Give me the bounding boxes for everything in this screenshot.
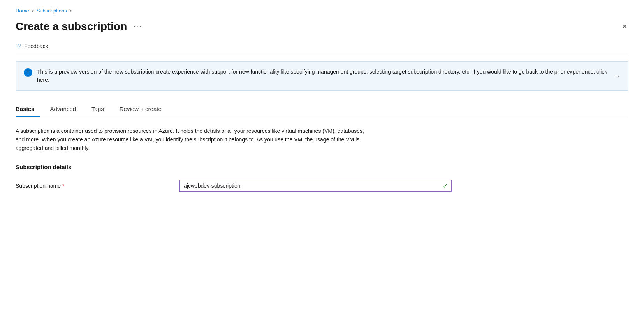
page-header-left: Create a subscription ··· [16,20,142,33]
tab-review-create[interactable]: Review + create [120,102,168,117]
section-heading: Subscription details [16,164,628,170]
subscription-name-input-wrapper: ✓ [179,180,452,192]
info-banner-arrow[interactable]: → [613,72,620,80]
feedback-heart-icon: ♡ [16,42,21,50]
tab-advanced[interactable]: Advanced [50,102,82,117]
subscription-name-label: Subscription name * [16,183,179,189]
tabs-container: Basics Advanced Tags Review + create [16,102,628,117]
page-header: Create a subscription ··· × [16,20,628,33]
required-indicator: * [62,183,64,189]
info-banner: i This is a preview version of the new s… [16,61,628,91]
input-valid-icon: ✓ [443,182,448,189]
breadcrumb-home[interactable]: Home [16,8,29,14]
close-button[interactable]: × [621,20,628,32]
more-options-button[interactable]: ··· [133,22,142,31]
info-banner-text: This is a preview version of the new sub… [37,68,612,84]
subscription-name-input[interactable] [179,180,452,192]
info-icon: i [24,68,32,77]
feedback-row: ♡ Feedback [16,42,628,55]
form-field-subscription-name: Subscription name * ✓ [16,180,628,192]
page-title: Create a subscription [16,20,127,33]
breadcrumb-separator-1: > [32,8,34,14]
tab-tags[interactable]: Tags [91,102,110,117]
breadcrumb-subscriptions[interactable]: Subscriptions [37,8,67,14]
breadcrumb: Home > Subscriptions > [16,8,628,14]
page-container: Home > Subscriptions > Create a subscrip… [0,0,644,314]
description-text: A subscription is a container used to pr… [16,127,366,153]
feedback-label[interactable]: Feedback [24,43,48,49]
breadcrumb-separator-2: > [69,8,72,14]
tab-basics[interactable]: Basics [16,102,40,117]
subscription-name-label-text: Subscription name [16,183,61,189]
